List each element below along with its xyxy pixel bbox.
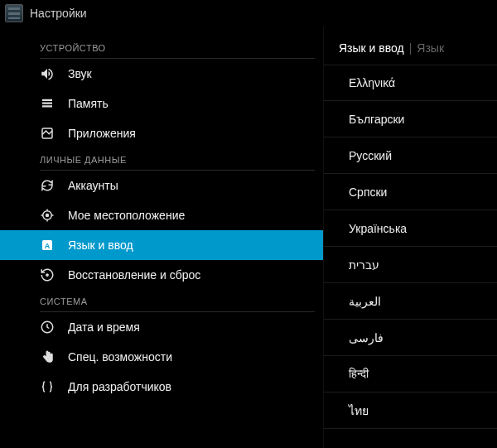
- svg-point-5: [46, 214, 49, 217]
- svg-rect-1: [42, 103, 52, 104]
- content: УСТРОЙСТВОЗвукПамятьПриложенияЛИЧНЫЕ ДАН…: [0, 26, 497, 448]
- language-option[interactable]: Русский: [324, 137, 497, 174]
- sidebar-item-label: Дата и время: [68, 320, 140, 334]
- svg-rect-0: [42, 99, 52, 101]
- breadcrumb-current: Язык: [417, 41, 444, 55]
- language-option[interactable]: Ελληνικά: [324, 65, 497, 101]
- sidebar-item-label: Язык и ввод: [68, 238, 133, 252]
- sidebar-item-label: Приложения: [68, 127, 136, 140]
- breadcrumb: Язык и ввод | Язык: [324, 41, 497, 65]
- language-icon: A: [40, 238, 68, 253]
- sidebar-item-label: Память: [68, 97, 109, 110]
- language-option[interactable]: فارسی: [324, 320, 497, 356]
- section-header: ЛИЧНЫЕ ДАННЫЕ: [40, 148, 315, 171]
- sidebar-item-label: Восстановление и сброс: [68, 268, 200, 282]
- sidebar-item-label: Мое местоположение: [68, 209, 185, 222]
- sidebar-item-accounts[interactable]: Аккаунты: [40, 171, 323, 200]
- sidebar-item-apps[interactable]: Приложения: [40, 118, 323, 148]
- storage-icon: [40, 96, 68, 111]
- svg-text:A: A: [45, 242, 51, 250]
- svg-point-8: [46, 274, 48, 276]
- language-panel: Язык и ввод | Язык ΕλληνικάБългарскиРусс…: [323, 26, 497, 448]
- language-option[interactable]: Српски: [324, 174, 497, 210]
- location-icon: [40, 208, 68, 223]
- volume-icon: [40, 66, 68, 81]
- app-title: Настройки: [30, 7, 87, 20]
- language-option[interactable]: العربية: [324, 283, 497, 320]
- sidebar-item-backup[interactable]: Восстановление и сброс: [40, 260, 323, 290]
- sidebar-item-storage[interactable]: Память: [40, 89, 323, 118]
- section-header: СИСТЕМА: [40, 290, 315, 312]
- language-list: ΕλληνικάБългарскиРусскийСрпскиУкраїнська…: [324, 65, 497, 429]
- language-option[interactable]: ไทย: [324, 393, 497, 429]
- topbar: Настройки: [0, 0, 497, 26]
- app-icon: [5, 4, 23, 22]
- settings-panel: УСТРОЙСТВОЗвукПамятьПриложенияЛИЧНЫЕ ДАН…: [0, 26, 323, 448]
- svg-rect-2: [42, 105, 52, 107]
- language-option[interactable]: עברית: [324, 247, 497, 283]
- language-option[interactable]: Українська: [324, 210, 497, 247]
- clock-icon: [40, 320, 68, 335]
- braces-icon: [40, 379, 68, 394]
- panel-title: Язык и ввод: [339, 41, 404, 55]
- sidebar-item-label: Аккаунты: [68, 179, 118, 192]
- sidebar-item-label: Звук: [68, 67, 92, 80]
- breadcrumb-separator: |: [409, 41, 413, 55]
- sidebar-item-language[interactable]: AЯзык и ввод: [0, 230, 323, 260]
- sidebar-item-developer[interactable]: Для разработчиков: [40, 372, 323, 402]
- hand-icon: [40, 349, 68, 364]
- section-header: УСТРОЙСТВО: [40, 36, 315, 59]
- restore-icon: [40, 267, 68, 282]
- sidebar-item-datetime[interactable]: Дата и время: [40, 312, 323, 342]
- language-option[interactable]: Български: [324, 101, 497, 137]
- sidebar-item-sound[interactable]: Звук: [40, 59, 323, 89]
- sidebar-item-accessibility[interactable]: Спец. возможности: [40, 342, 323, 372]
- sidebar-item-label: Для разработчиков: [68, 380, 171, 393]
- language-option[interactable]: हिन्दी: [324, 356, 497, 393]
- sidebar-item-location[interactable]: Мое местоположение: [40, 200, 323, 230]
- apps-icon: [40, 126, 68, 141]
- sync-icon: [40, 178, 68, 193]
- sidebar-item-label: Спец. возможности: [68, 350, 172, 364]
